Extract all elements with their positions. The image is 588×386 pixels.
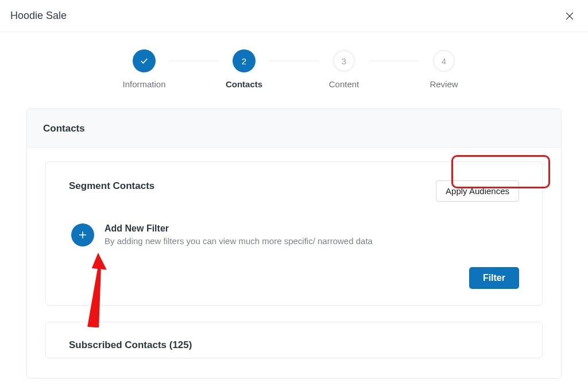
add-filter-title: Add New Filter [105, 223, 373, 234]
subscribed-contacts-card: Subscribed Contacts (125) [45, 322, 543, 358]
add-filter-text: Add New Filter By adding new filters you… [105, 223, 373, 246]
step-contacts[interactable]: 2 Contacts [221, 49, 267, 89]
step-information[interactable]: Information [121, 49, 167, 89]
close-button[interactable] [562, 8, 578, 24]
panel-header: Contacts [27, 109, 561, 148]
add-filter-row: Add New Filter By adding new filters you… [69, 223, 519, 246]
check-icon [139, 56, 149, 66]
subscribed-title: Subscribed Contacts (125) [69, 339, 519, 351]
modal-topbar: Hoodie Sale [0, 0, 588, 32]
step-label: Review [430, 79, 458, 89]
plus-icon [78, 230, 88, 240]
add-filter-button[interactable] [71, 223, 94, 246]
apply-audiences-button[interactable]: Apply Audiences [436, 180, 519, 202]
step-content[interactable]: 3 Content [321, 49, 367, 89]
step-circle-pending: 3 [332, 49, 355, 72]
filter-button[interactable]: Filter [469, 267, 519, 289]
step-circle-pending: 4 [432, 49, 455, 72]
step-circle-done [133, 49, 156, 72]
stepper: Information 2 Contacts 3 Content 4 Revie… [0, 32, 588, 95]
step-label: Information [122, 79, 165, 89]
contacts-panel: Contacts Segment Contacts Apply Audience… [26, 109, 562, 379]
add-filter-description: By adding new filters you can view much … [105, 236, 373, 246]
step-label: Contacts [226, 79, 262, 89]
step-review[interactable]: 4 Review [421, 49, 467, 89]
segment-title: Segment Contacts [69, 180, 154, 192]
step-circle-active: 2 [233, 49, 256, 72]
step-connector [369, 60, 419, 61]
panel-body: Segment Contacts Apply Audiences Add New… [27, 148, 561, 378]
close-icon [564, 10, 575, 22]
step-connector [169, 60, 219, 61]
step-connector [269, 60, 319, 61]
modal-root: Hoodie Sale Information 2 Contacts 3 Con… [0, 0, 588, 386]
segment-contacts-card: Segment Contacts Apply Audiences Add New… [45, 161, 543, 306]
modal-title: Hoodie Sale [10, 10, 67, 22]
step-label: Content [329, 79, 359, 89]
